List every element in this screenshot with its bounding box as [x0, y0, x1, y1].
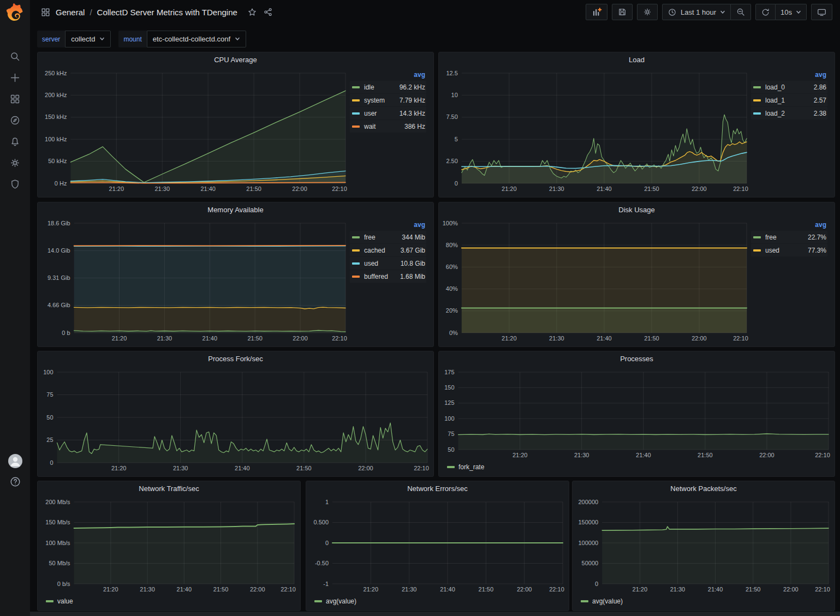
legend-item[interactable]: avg(value) — [314, 597, 356, 605]
legend-item[interactable]: value — [46, 597, 73, 605]
load-chart[interactable]: 02.5057.501012.521:2021:3021:4021:5022:0… — [442, 68, 750, 194]
memory-available-chart[interactable]: 0 b4.66 Gib9.31 Gib14.0 Gib18.6 Gib21:20… — [40, 218, 349, 344]
legend: avgfree344 Mibcached3.67 Gibused10.8 Gib… — [349, 218, 431, 344]
network-traffic-chart[interactable]: 0 b/s50 Mb/s100 Mb/s150 Mb/s200 Mb/s21:2… — [40, 497, 297, 595]
series-name[interactable]: system — [364, 97, 385, 104]
series-color-swatch[interactable] — [352, 236, 360, 238]
panel-title[interactable]: Memory Available — [38, 202, 433, 217]
series-color-swatch[interactable] — [753, 86, 761, 88]
legend-item[interactable]: load_22.38 — [751, 107, 827, 119]
legend-item[interactable]: idle96.2 kHz — [350, 81, 426, 93]
series-color-swatch[interactable] — [753, 236, 761, 238]
star-icon[interactable] — [247, 7, 258, 17]
series-color-swatch[interactable] — [352, 86, 360, 88]
series-color-swatch[interactable] — [352, 112, 360, 115]
panel-title[interactable]: Processes — [439, 351, 835, 366]
panel-title[interactable]: Network Traffic/sec — [38, 481, 300, 496]
panel-title[interactable]: Process Fork/sec — [38, 351, 433, 366]
series-name: avg(value) — [592, 597, 623, 605]
legend-item[interactable]: system7.79 kHz — [350, 94, 426, 106]
save-dashboard-button[interactable] — [612, 4, 633, 20]
zoom-out-button[interactable] — [731, 4, 751, 20]
series-avg-value: 7.79 kHz — [400, 97, 425, 104]
svg-text:75: 75 — [46, 391, 53, 398]
search-icon[interactable] — [9, 50, 21, 62]
svg-text:22:10: 22:10 — [281, 586, 296, 593]
configuration-gear-icon[interactable] — [9, 157, 21, 169]
series-name[interactable]: free — [364, 234, 376, 241]
time-range-picker[interactable]: Last 1 hour — [662, 4, 731, 20]
panel-title[interactable]: CPU Average — [38, 52, 433, 67]
dashboards-grid-icon[interactable] — [9, 93, 21, 105]
refresh-button[interactable] — [755, 4, 776, 20]
svg-text:21:40: 21:40 — [597, 335, 612, 342]
series-name[interactable]: idle — [364, 83, 374, 91]
legend-item[interactable]: buffered1.68 Mib — [350, 270, 426, 283]
network-errors-chart[interactable]: -1-0.5000.500121:2021:3021:4021:5022:002… — [309, 497, 566, 595]
series-name[interactable]: load_0 — [765, 83, 785, 91]
avatar[interactable] — [0, 453, 30, 469]
create-plus-icon[interactable] — [9, 71, 21, 83]
process-fork-chart[interactable]: 025507510021:2021:3021:4021:5022:0022:10 — [40, 367, 431, 474]
breadcrumb-separator: / — [90, 8, 92, 17]
explore-compass-icon[interactable] — [9, 114, 21, 126]
series-color-swatch[interactable] — [352, 99, 360, 101]
series-color-swatch[interactable] — [753, 112, 761, 115]
add-panel-button[interactable] — [586, 4, 607, 20]
legend-item[interactable]: fork_rate — [447, 463, 484, 471]
legend-item[interactable]: avg(value) — [581, 597, 623, 605]
cpu-average-chart[interactable]: 0 Hz50 kHz100 kHz150 kHz200 kHz250 kHz21… — [40, 68, 349, 194]
series-name[interactable]: buffered — [364, 273, 388, 280]
panel-title[interactable]: Load — [439, 52, 835, 67]
alerting-bell-icon[interactable] — [9, 135, 21, 147]
series-color-swatch[interactable] — [352, 276, 360, 278]
series-name[interactable]: used — [765, 247, 779, 254]
server-admin-shield-icon[interactable] — [9, 178, 21, 190]
legend-item[interactable]: free22.7% — [751, 231, 827, 243]
legend-item[interactable]: used10.8 Gib — [350, 257, 426, 270]
legend-item[interactable]: wait386 Hz — [350, 120, 426, 133]
series-color-swatch[interactable] — [753, 99, 761, 101]
legend-item[interactable]: used77.3% — [751, 244, 827, 256]
series-name[interactable]: cached — [364, 247, 385, 254]
breadcrumb-folder[interactable]: General — [56, 8, 85, 17]
disk-usage-chart[interactable]: 0%20%40%60%80%100%21:2021:3021:4021:5022… — [442, 218, 750, 344]
svg-text:21:40: 21:40 — [636, 452, 651, 458]
series-name[interactable]: used — [364, 260, 378, 267]
grafana-logo-icon[interactable] — [5, 3, 26, 23]
legend: avgload_02.86load_12.57load_22.38 — [750, 68, 832, 194]
legend-item[interactable]: user14.3 kHz — [350, 107, 426, 119]
svg-text:250 kHz: 250 kHz — [45, 70, 67, 76]
variable-mount-value[interactable]: etc-collectd-collectd.conf — [147, 31, 246, 47]
dashboard-title[interactable]: CollectD Server Metrics with TDengine — [97, 8, 237, 17]
svg-text:22:10: 22:10 — [733, 186, 748, 192]
panel-title[interactable]: Disk Usage — [439, 202, 835, 217]
series-name[interactable]: user — [364, 110, 377, 117]
series-name[interactable]: free — [765, 234, 777, 241]
legend-item[interactable]: cached3.67 Gib — [350, 244, 426, 256]
legend-item[interactable]: free344 Mib — [350, 231, 426, 243]
network-packets-chart[interactable]: 05000010000015000020000021:2021:3021:402… — [575, 497, 832, 595]
dashboard-settings-button[interactable] — [637, 4, 658, 20]
series-color-swatch[interactable] — [753, 249, 761, 252]
series-name[interactable]: load_2 — [765, 110, 785, 117]
svg-text:100000: 100000 — [578, 540, 598, 546]
cycle-view-tv-button[interactable] — [811, 4, 832, 20]
processes-chart[interactable]: 507510012515017521:2021:3021:4021:5022:0… — [442, 367, 832, 460]
series-color-swatch[interactable] — [352, 249, 360, 252]
refresh-interval-picker[interactable]: 10s — [776, 4, 807, 20]
series-name[interactable]: wait — [364, 123, 376, 130]
series-color-swatch[interactable] — [352, 262, 360, 265]
svg-text:21:50: 21:50 — [247, 335, 263, 342]
svg-text:21:40: 21:40 — [177, 586, 192, 593]
legend-item[interactable]: load_02.86 — [751, 81, 827, 93]
legend-item[interactable]: load_12.57 — [751, 94, 827, 106]
series-name[interactable]: load_1 — [765, 97, 785, 104]
help-icon[interactable] — [0, 476, 30, 488]
share-icon[interactable] — [263, 7, 273, 17]
variable-server-value[interactable]: collectd — [65, 31, 111, 47]
panel-title[interactable]: Network Packets/sec — [573, 481, 835, 496]
series-color-swatch[interactable] — [352, 125, 360, 128]
panel-title[interactable]: Network Errors/sec — [306, 481, 569, 496]
svg-text:21:20: 21:20 — [109, 186, 124, 192]
